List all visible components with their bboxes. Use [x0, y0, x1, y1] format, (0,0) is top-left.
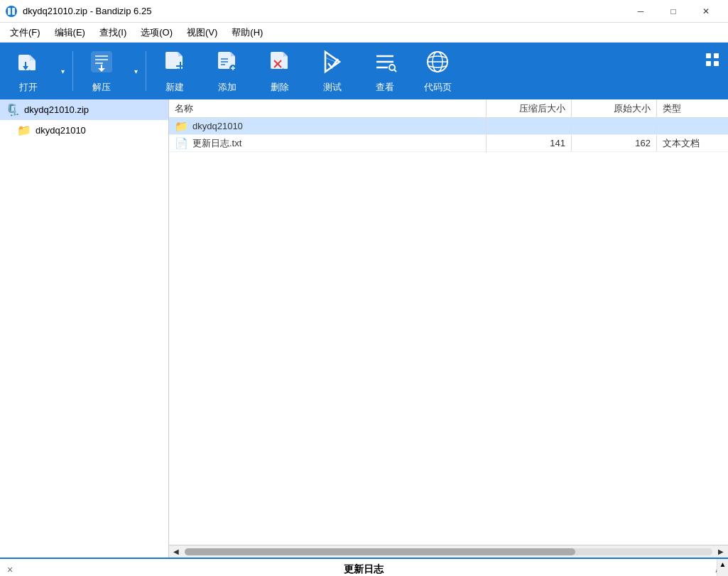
menu-item-O[interactable]: 选项(O) [134, 23, 180, 42]
delete-icon [267, 49, 293, 78]
menu-item-E[interactable]: 编辑(E) [48, 23, 92, 42]
sidebar-item-zip[interactable]: 🗜️ dkydq21010.zip [0, 99, 168, 120]
folder-row-label: dkydq21010 [192, 121, 243, 131]
sidebar-item-folder[interactable]: 📁 dkydq21010 [0, 120, 168, 141]
hscroll-right-btn[interactable]: ▶ [715, 548, 727, 555]
header-type[interactable]: 类型 [657, 99, 728, 118]
test-button[interactable]: 测试 [307, 45, 358, 97]
svg-rect-18 [218, 52, 231, 69]
svg-marker-32 [325, 52, 339, 72]
extract-label: 解压 [92, 81, 111, 94]
view-label: 查看 [376, 81, 394, 94]
svg-marker-14 [178, 52, 183, 56]
sidebar-zip-label: dkydq21010.zip [24, 104, 89, 115]
extract-dropdown[interactable]: ▾ [129, 45, 143, 97]
svg-rect-4 [30, 60, 36, 70]
folder-original [572, 124, 657, 129]
maximize-button[interactable]: □ [657, 0, 690, 23]
minimize-button[interactable]: ─ [624, 0, 657, 23]
codepage-icon [425, 49, 450, 78]
header-compressed[interactable]: 压缩后大小 [487, 99, 572, 118]
svg-rect-43 [714, 53, 719, 58]
app-icon [6, 6, 17, 17]
menu-item-I[interactable]: 查找(I) [92, 23, 134, 42]
menubar: 文件(F)编辑(E)查找(I)选项(O)视图(V)帮助(H) [0, 23, 728, 43]
extract-icon [89, 49, 114, 78]
preview-panel: × 更新日志 ∧ 1、优化了阅读体验 ▲ ▼ [0, 558, 728, 576]
grid-view-button[interactable] [700, 47, 725, 72]
add-label: 添加 [218, 81, 237, 94]
new-icon [162, 49, 188, 78]
svg-rect-27 [271, 52, 283, 69]
delete-label: 删除 [271, 81, 289, 94]
sidebar-folder-label: dkydq21010 [36, 125, 86, 136]
txt-row-label: 更新日志.txt [192, 137, 241, 150]
txt-row-icon: 📄 [175, 137, 188, 150]
row-name-folder: 📁 dkydq21010 [169, 118, 487, 136]
close-button[interactable]: ✕ [690, 0, 722, 23]
table-row[interactable]: 📄 更新日志.txt 141 162 文本文档 [169, 135, 728, 152]
codepage-button[interactable]: 代码页 [412, 45, 463, 97]
header-original[interactable]: 原始大小 [572, 99, 657, 118]
txt-type: 文本文档 [657, 134, 728, 153]
view-button[interactable]: 查看 [359, 45, 411, 97]
menu-item-V[interactable]: 视图(V) [180, 23, 224, 42]
add-icon [214, 49, 240, 78]
txt-compressed: 141 [487, 135, 572, 151]
toolbar: 打开 ▾ 解压 ▾ 新建 [0, 43, 728, 99]
test-label: 测试 [323, 81, 342, 94]
zip-icon: 🗜️ [6, 103, 20, 116]
hscroll-thumb[interactable] [185, 548, 575, 555]
header-name[interactable]: 名称 [169, 99, 487, 118]
svg-marker-28 [283, 52, 288, 56]
titlebar: dkydq21010.zip - Bandizip 6.25 ─ □ ✕ [0, 0, 728, 23]
svg-marker-3 [30, 55, 36, 60]
svg-rect-45 [714, 61, 719, 66]
add-button[interactable]: 添加 [202, 45, 253, 97]
menu-item-F[interactable]: 文件(F) [3, 23, 48, 42]
svg-rect-42 [706, 53, 711, 58]
test-icon [320, 49, 345, 78]
table-row[interactable]: 📁 dkydq21010 [169, 118, 728, 135]
new-button[interactable]: 新建 [149, 45, 200, 97]
svg-rect-0 [8, 8, 11, 15]
view-icon [372, 49, 398, 78]
svg-rect-1 [12, 8, 15, 15]
open-button[interactable]: 打开 [3, 45, 54, 97]
preview-title: 更新日志 [344, 563, 384, 576]
extract-button[interactable]: 解压 [76, 45, 127, 97]
titlebar-left: dkydq21010.zip - Bandizip 6.25 [6, 6, 151, 17]
main-area: 🗜️ dkydq21010.zip 📁 dkydq21010 名称 压缩后大小 … [0, 99, 728, 558]
filelist-body: 📁 dkydq21010 📄 更新日志.txt 141 162 文本文档 [169, 118, 728, 545]
svg-line-38 [394, 70, 396, 72]
open-dropdown[interactable]: ▾ [55, 45, 70, 97]
folder-row-icon: 📁 [175, 120, 188, 133]
preview-close-button[interactable]: × [7, 564, 13, 575]
open-icon [16, 49, 41, 78]
sidebar: 🗜️ dkydq21010.zip 📁 dkydq21010 [0, 99, 169, 558]
open-label: 打开 [19, 81, 38, 94]
hscroll-left-btn[interactable]: ◀ [170, 548, 182, 555]
sep1 [72, 51, 73, 91]
hscroll-track[interactable] [185, 548, 712, 555]
svg-rect-29 [283, 56, 288, 69]
txt-original: 162 [572, 135, 657, 151]
svg-marker-19 [231, 52, 235, 56]
sep2 [146, 51, 146, 91]
horizontal-scrollbar[interactable]: ◀ ▶ [169, 545, 728, 558]
menu-item-H[interactable]: 帮助(H) [224, 23, 270, 42]
preview-vscroll-up[interactable]: ▲ [718, 559, 728, 570]
row-name-txt: 📄 更新日志.txt [169, 134, 487, 153]
svg-rect-44 [706, 61, 711, 66]
codepage-label: 代码页 [424, 81, 452, 94]
window-controls: ─ □ ✕ [624, 0, 722, 23]
filelist-header: 名称 压缩后大小 原始大小 类型 [169, 99, 728, 118]
folder-icon: 📁 [17, 124, 31, 137]
folder-compressed [487, 124, 572, 129]
preview-header: × 更新日志 ∧ [0, 559, 728, 576]
delete-button[interactable]: 删除 [254, 45, 305, 97]
preview-vscroll[interactable]: ▲ ▼ [717, 559, 728, 576]
filelist: 名称 压缩后大小 原始大小 类型 📁 dkydq21010 📄 更新日志 [169, 99, 728, 558]
new-label: 新建 [165, 81, 184, 94]
window-title: dkydq21010.zip - Bandizip 6.25 [23, 6, 151, 16]
